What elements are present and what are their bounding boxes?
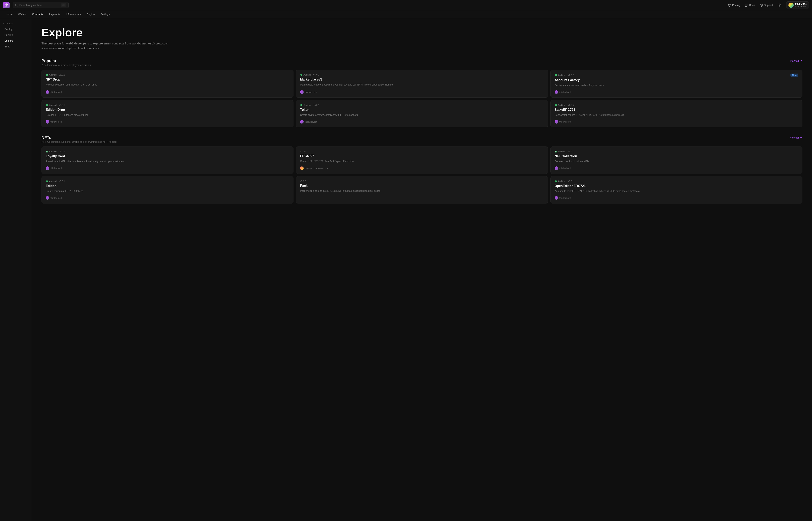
card-version: · v5.0.1 [312, 73, 319, 76]
main-content: Explore The best place for web3 develope… [32, 18, 812, 521]
main-nav: Home Wallets Contracts Payments Infrastr… [0, 10, 812, 18]
docs-link[interactable]: Docs [745, 4, 755, 7]
author-avatar [46, 196, 49, 200]
author-name: thirdweb.eth [50, 91, 62, 93]
version-only: v11.9 [300, 150, 305, 153]
support-link[interactable]: Support [760, 4, 773, 7]
view-all-popular[interactable]: View all [790, 60, 803, 62]
section-header-popular: Popular A collection of our most deploye… [42, 59, 803, 67]
search-box[interactable]: ⌘K [13, 2, 69, 8]
card-author-token: thirdweb.eth [300, 118, 544, 123]
card-desc-loyalty-card: A loyalty card NFT collection. Issue uni… [46, 160, 289, 163]
card-header-stakeerc721: Audited · v1.0.5 [555, 104, 798, 107]
svg-point-5 [761, 5, 762, 5]
sidebar-item-publish[interactable]: Publish [0, 32, 32, 38]
shield-icon [46, 150, 48, 153]
author-name: deployer.doubleone.eth [305, 167, 327, 169]
card-nft-drop[interactable]: Audited · v5.0.1 NFT Drop Release collec… [42, 70, 294, 98]
card-desc-token: Create cryptocurrency compliant with ERC… [300, 113, 544, 117]
card-header-nft-collection: Audited · v5.0.1 [555, 150, 798, 153]
card-loyalty-card[interactable]: Audited · v5.0.1 Loyalty Card A loyalty … [42, 146, 294, 174]
card-badges-edition: Audited · v5.0.1 [46, 180, 65, 183]
card-edition[interactable]: Audited · v5.0.1 Edition Create editions… [42, 176, 294, 204]
globe-icon [728, 4, 731, 7]
audited-badge: Audited [555, 74, 565, 76]
sidebar-item-explore[interactable]: Explore [0, 38, 32, 44]
nav-home[interactable]: Home [3, 12, 15, 17]
page-title: Explore [42, 26, 803, 39]
audited-badge: Audited [46, 180, 57, 183]
card-desc-edition: Create editions of ERC1155 tokens [46, 189, 289, 193]
nav-infrastructure[interactable]: Infrastructure [63, 12, 84, 17]
card-desc-open-edition-erc721: An open-to-mint ERC-721 NFT collection, … [555, 189, 798, 193]
card-badges-nft-drop: Audited · v5.0.1 [46, 73, 65, 76]
author-avatar [300, 120, 304, 123]
topbar-nav: Pricing Docs Support [728, 1, 809, 9]
section-nfts: NFTs NFT Collections, Editions, Drops an… [42, 135, 803, 204]
card-desc-nft-collection: Create collection of unique NFTs. [555, 160, 798, 163]
card-version: · v5.0.1 [312, 104, 319, 106]
card-name-pack: Pack [300, 184, 544, 187]
card-nft-collection[interactable]: Audited · v5.0.1 NFT Collection Create c… [551, 146, 803, 174]
view-all-nfts[interactable]: View all [790, 136, 803, 139]
card-name-token: Token [300, 108, 544, 112]
card-author-stakeerc721: thirdweb.eth [555, 118, 798, 123]
wallet-avatar [788, 3, 794, 8]
card-version: · v5.0.1 [58, 104, 65, 106]
sidebar-item-build[interactable]: Build [0, 44, 32, 49]
card-author-account-factory: thirdweb.eth [555, 89, 798, 94]
wallet-badge[interactable]: 0x39...9d4 0.748 ETH [786, 1, 809, 9]
card-author-open-edition-erc721: thirdweb.eth [555, 195, 798, 200]
author-avatar [46, 90, 49, 94]
sidebar-item-deploy[interactable]: Deploy [0, 26, 32, 32]
card-edition-drop[interactable]: Audited · v5.0.1 Edition Drop Release ER… [42, 100, 294, 127]
card-version: · v1.0.5 [567, 104, 574, 106]
section-desc-nfts: NFT Collections, Editions, Drops and eve… [42, 140, 117, 143]
card-pack[interactable]: v5.0.3 Pack Pack multiple tokens into ER… [296, 176, 548, 204]
search-input[interactable] [19, 4, 59, 6]
audited-badge: Audited [300, 104, 311, 107]
card-badges-loyalty-card: Audited · v5.0.1 [46, 150, 65, 153]
nav-contracts[interactable]: Contracts [30, 12, 46, 17]
card-version: · v5.0.1 [567, 150, 574, 153]
author-name: thirdweb.eth [559, 91, 571, 93]
nav-wallets[interactable]: Wallets [16, 12, 29, 17]
card-name-nft-collection: NFT Collection [555, 155, 798, 158]
card-open-edition-erc721[interactable]: Audited · v5.0.1 OpenEditionERC721 An op… [551, 176, 803, 204]
card-erc4907[interactable]: v11.9 ERC4907 Rental NFT, ERC-721 User A… [296, 146, 548, 174]
card-author-nft-collection: thirdweb.eth [555, 165, 798, 170]
section-title-popular: Popular [42, 59, 91, 63]
author-avatar [555, 120, 558, 123]
audited-badge: Audited [555, 150, 565, 153]
audited-badge: Audited [300, 73, 311, 76]
card-marketplacev3[interactable]: Audited · v5.0.1 MarketplaceV3 Marketpla… [296, 70, 548, 98]
card-author-edition: thirdweb.eth [46, 195, 289, 200]
card-header-loyalty-card: Audited · v5.0.1 [46, 150, 289, 153]
pricing-link[interactable]: Pricing [728, 4, 740, 7]
gear-icon [778, 3, 782, 7]
nav-payments[interactable]: Payments [46, 12, 63, 17]
logo[interactable] [3, 2, 9, 8]
card-version: · v5.0.1 [58, 73, 65, 76]
shield-icon [300, 73, 303, 76]
author-avatar [46, 166, 49, 170]
nav-engine[interactable]: Engine [84, 12, 97, 17]
cards-grid-nfts: Audited · v5.0.1 Loyalty Card A loyalty … [42, 146, 803, 204]
card-author-erc4907: deployer.doubleone.eth [300, 165, 544, 170]
card-header-edition-drop: Audited · v5.0.1 [46, 104, 289, 107]
nav-settings[interactable]: Settings [98, 12, 112, 17]
wallet-address: 0x39...9d4 [795, 3, 807, 5]
wallet-info: 0x39...9d4 0.748 ETH [795, 3, 807, 8]
sections-container: Popular A collection of our most deploye… [42, 59, 803, 204]
card-stakeerc721[interactable]: Audited · v1.0.5 StakeERC721 Contract fo… [551, 100, 803, 127]
card-name-edition: Edition [46, 184, 289, 188]
card-version: · v5.0.1 [567, 180, 574, 182]
card-token[interactable]: Audited · v5.0.1 Token Create cryptocurr… [296, 100, 548, 127]
version-only: v5.0.3 [300, 180, 306, 182]
card-account-factory[interactable]: Audited · v1.5.2 New Account Factory Dep… [551, 70, 803, 98]
settings-gear[interactable] [778, 3, 782, 7]
card-name-open-edition-erc721: OpenEditionERC721 [555, 184, 798, 188]
card-badges-stakeerc721: Audited · v1.0.5 [555, 104, 574, 107]
card-badges-account-factory: Audited · v1.5.2 [555, 74, 574, 76]
search-icon [15, 4, 18, 6]
